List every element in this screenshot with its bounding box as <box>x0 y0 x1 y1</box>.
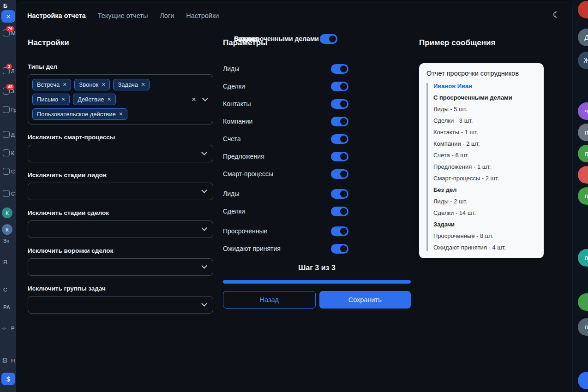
header-tab[interactable]: Логи <box>160 12 174 19</box>
left-rail-item[interactable]: Зп <box>0 236 16 248</box>
parameter-row: Смарт-процессы <box>223 168 348 179</box>
parameter-row: Лиды <box>223 188 348 199</box>
header-tab[interactable]: Настройки <box>186 12 219 19</box>
parameter-label: Контакты <box>223 100 251 107</box>
select-label: Исключить воронки сделок <box>28 247 213 254</box>
parameters-column: Параметры С просроченными деламиЛидыСдел… <box>223 29 411 309</box>
left-rail-item[interactable]: </>Р <box>0 324 16 336</box>
toggle-knob <box>340 83 347 90</box>
parameter-row: Лиды <box>223 63 348 74</box>
left-rail-item[interactable]: 76М <box>0 29 16 41</box>
header-tab[interactable]: Текущие отчеты <box>98 12 148 19</box>
toggle-switch[interactable] <box>331 152 348 161</box>
preview-line: Лиды - 2 шт. <box>433 198 536 205</box>
chat-avatar[interactable]: Д <box>578 29 588 46</box>
chat-avatar[interactable]: ч <box>578 102 588 120</box>
rail-avatar: К <box>2 224 12 235</box>
parameter-row: Контакты <box>223 98 348 109</box>
toggle-switch[interactable] <box>331 189 348 199</box>
chip-remove-icon[interactable]: × <box>119 110 123 118</box>
left-rail-item[interactable]: 48З <box>0 87 16 99</box>
select-input[interactable] <box>28 183 213 200</box>
back-button[interactable]: Назад <box>223 291 316 309</box>
toggle-switch[interactable] <box>331 99 348 109</box>
parameter-group: С просроченными деламиЛидыСделкиКонтакты… <box>223 63 411 179</box>
chip-remove-icon[interactable]: × <box>107 95 111 103</box>
clear-all-icon[interactable]: × <box>192 95 196 103</box>
chat-avatar[interactable]: Ж <box>578 52 588 69</box>
preview-line: Просроченные - 8 шт. <box>433 233 536 239</box>
step-label: Шаг 3 из 3 <box>223 263 411 272</box>
left-rail-item[interactable]: Д <box>0 130 16 142</box>
select-input[interactable] <box>28 145 213 162</box>
left-rail-item[interactable]: ⚙Н <box>0 356 16 368</box>
case-types-label: Типы дел <box>28 63 213 70</box>
theme-toggle-moon-icon[interactable]: ☾ <box>553 11 560 19</box>
toggle-switch[interactable] <box>331 169 348 179</box>
case-type-chip[interactable]: Звонок× <box>74 79 110 90</box>
toggle-switch[interactable] <box>331 207 348 216</box>
chevron-down-icon <box>201 263 207 269</box>
save-button[interactable]: Сохранить <box>319 291 411 309</box>
chat-avatar[interactable] <box>578 293 588 311</box>
chat-avatar[interactable] <box>578 166 588 184</box>
case-types-multiselect[interactable]: Встреча×Звонок×Задача×Письмо×Действие×По… <box>28 74 213 125</box>
toggle-switch[interactable] <box>331 82 348 91</box>
chat-avatar[interactable]: в <box>578 249 588 267</box>
chevron-down-icon <box>201 187 207 193</box>
left-rail-item[interactable]: Гр <box>0 105 16 117</box>
toggle-switch[interactable] <box>331 64 348 74</box>
chat-avatar[interactable] <box>578 1 588 18</box>
chevron-down-icon[interactable] <box>202 95 208 101</box>
case-type-chip[interactable]: Встреча× <box>32 79 71 90</box>
preview-line: Ожидают принятия - 4 шт. <box>433 244 536 251</box>
select-input[interactable] <box>28 296 213 314</box>
left-rail-item[interactable]: × <box>0 10 16 22</box>
preview-quote-block: Иванов ИванС просроченными деламиЛиды - … <box>426 83 536 251</box>
chat-avatar[interactable] <box>578 372 588 389</box>
multiselect-controls: × <box>188 79 207 120</box>
case-type-chip[interactable]: Действие× <box>73 94 115 105</box>
exclude-selects: Исключить смарт-процессыИсключить стадии… <box>28 134 213 314</box>
toggle-switch[interactable] <box>331 244 348 254</box>
chip-remove-icon[interactable]: × <box>141 81 145 89</box>
chip-remove-icon[interactable]: × <box>61 95 65 103</box>
chat-avatar[interactable]: п <box>578 145 588 162</box>
left-rail-item[interactable]: 3Л <box>0 66 16 78</box>
case-types-chips: Встреча×Звонок×Задача×Письмо×Действие×По… <box>32 79 188 120</box>
preview-line: Предложения - 1 шт. <box>433 164 536 170</box>
rail-button[interactable]: $ <box>1 373 15 385</box>
left-rail-item[interactable]: К <box>0 148 16 160</box>
left-rail-item[interactable]: К <box>0 224 16 236</box>
chip-remove-icon[interactable]: × <box>63 81 66 89</box>
header-tab[interactable]: Настройка отчета <box>27 12 86 19</box>
toggle-switch[interactable] <box>331 226 348 236</box>
left-rail-item[interactable]: С <box>0 167 16 179</box>
case-type-chip[interactable]: Пользовательское действие× <box>32 108 127 120</box>
settings-title: Настройки <box>28 38 213 48</box>
left-rail-item[interactable]: РА <box>0 303 16 315</box>
chat-avatar[interactable]: п <box>578 124 588 141</box>
left-rail-item[interactable]: Я <box>0 257 16 269</box>
left-rail-item[interactable]: С <box>0 189 16 201</box>
toggle-switch[interactable] <box>320 34 337 44</box>
chat-avatar[interactable]: п <box>578 187 588 205</box>
preview-line: Сделки - 3 шт. <box>433 118 536 124</box>
left-rail-item[interactable]: $ <box>0 373 16 385</box>
left-rail-item[interactable]: С <box>0 285 16 297</box>
select-input[interactable] <box>28 258 213 276</box>
chat-avatar[interactable]: п <box>578 318 588 336</box>
right-rail: ДЖчпппвп <box>572 0 588 392</box>
case-type-chip[interactable]: Задача× <box>113 79 150 90</box>
toggle-switch[interactable] <box>331 134 348 144</box>
case-type-chip[interactable]: Письмо× <box>32 94 70 105</box>
chip-remove-icon[interactable]: × <box>102 81 105 89</box>
parameter-label: Сделки <box>223 208 245 215</box>
toggle-knob <box>340 153 347 160</box>
close-button[interactable]: × <box>1 10 15 23</box>
exclude-select-group: Исключить стадии лидов <box>28 172 213 200</box>
select-input[interactable] <box>28 220 213 238</box>
left-rail-item[interactable]: К <box>0 208 16 220</box>
toggle-knob <box>340 171 347 178</box>
toggle-switch[interactable] <box>331 117 348 126</box>
